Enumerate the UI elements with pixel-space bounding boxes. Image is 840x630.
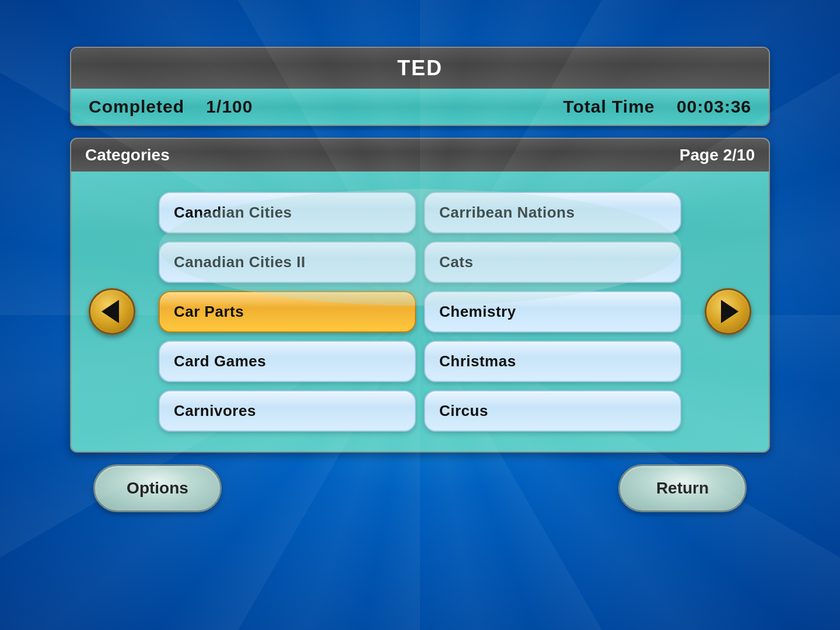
category-cats[interactable]: Cats: [424, 242, 681, 283]
info-panel: TED Completed 1/100 Total Time 00:03:36: [70, 47, 770, 126]
completed-value: 1/100: [206, 97, 253, 116]
completed-stat: Completed 1/100: [89, 97, 253, 117]
category-carnivores[interactable]: Carnivores: [159, 390, 416, 432]
stats-bar: Completed 1/100 Total Time 00:03:36: [71, 89, 769, 125]
category-chemistry[interactable]: Chemistry: [424, 291, 681, 332]
categories-page: Page 2/10: [680, 146, 755, 164]
categories-grid-wrapper: Canadian Cities Carribean Nations Canadi…: [89, 186, 751, 438]
completed-label: Completed: [89, 97, 184, 116]
time-value: 00:03:36: [677, 97, 751, 116]
categories-grid: Canadian Cities Carribean Nations Canadi…: [147, 186, 693, 438]
category-christmas[interactable]: Christmas: [424, 341, 681, 382]
category-card-games[interactable]: Card Games: [159, 341, 416, 382]
options-button[interactable]: Options: [93, 464, 222, 512]
category-canadian-cities[interactable]: Canadian Cities: [159, 192, 416, 233]
return-button[interactable]: Return: [618, 464, 747, 512]
categories-panel: Categories Page 2/10 Canadian Cities Car…: [70, 138, 770, 453]
next-page-button[interactable]: [705, 288, 751, 335]
main-container: TED Completed 1/100 Total Time 00:03:36 …: [70, 47, 770, 512]
time-label: Total Time: [563, 97, 654, 116]
categories-header: Categories Page 2/10: [71, 139, 769, 172]
category-canadian-cities-ii[interactable]: Canadian Cities II: [159, 242, 416, 283]
bottom-buttons: Options Return: [70, 464, 770, 512]
player-name: TED: [71, 48, 769, 89]
left-arrow-icon: [102, 300, 119, 323]
categories-body: Canadian Cities Carribean Nations Canadi…: [71, 172, 769, 452]
category-car-parts[interactable]: Car Parts: [159, 291, 416, 332]
category-circus[interactable]: Circus: [424, 390, 681, 432]
category-carribean-nations[interactable]: Carribean Nations: [424, 192, 681, 233]
time-stat: Total Time 00:03:36: [563, 97, 751, 117]
categories-title: Categories: [85, 146, 170, 164]
prev-page-button[interactable]: [89, 288, 135, 335]
right-arrow-icon: [721, 300, 738, 323]
